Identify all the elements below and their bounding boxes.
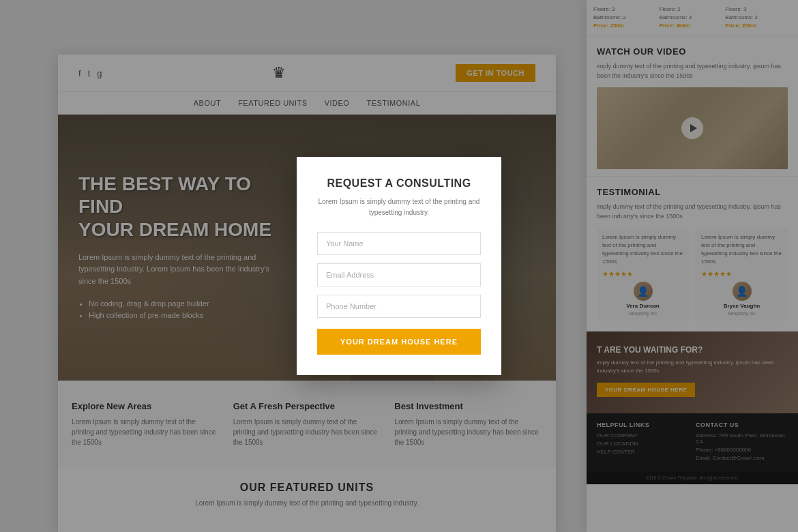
consulting-modal: REQUEST A CONSULTING Lorem Ipsum is simp… — [297, 157, 501, 375]
modal-submit-button[interactable]: YOUR DREAM HOUSE HERE — [317, 329, 481, 355]
modal-title: REQUEST A CONSULTING — [317, 177, 481, 190]
name-input[interactable] — [317, 232, 481, 255]
email-input[interactable] — [317, 263, 481, 286]
modal-overlay[interactable]: REQUEST A CONSULTING Lorem Ipsum is simp… — [0, 0, 798, 532]
modal-description: Lorem Ipsum is simply dummy text of the … — [317, 196, 481, 218]
phone-input[interactable] — [317, 295, 481, 318]
